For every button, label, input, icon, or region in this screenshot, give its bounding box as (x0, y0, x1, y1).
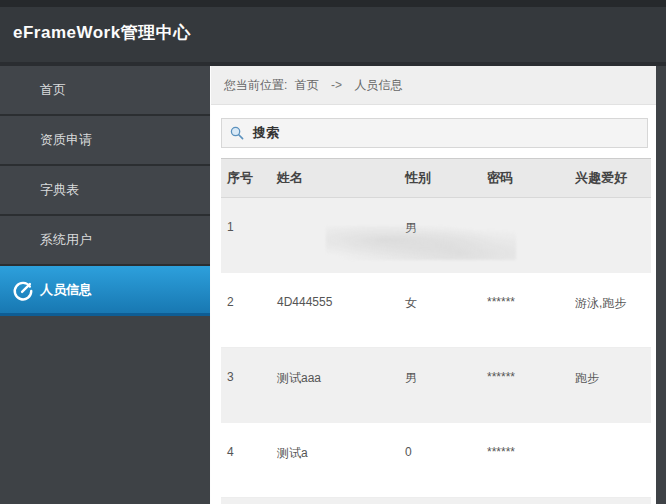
cell-password: ****** (481, 273, 569, 348)
cell-gender: 男 (399, 348, 481, 423)
sidebar: 首页 资质申请 字典表 系统用户 人员信息 (0, 66, 210, 504)
cell-name: 4D444555 (271, 273, 399, 348)
breadcrumb: 您当前位置: 首页 -> 人员信息 (211, 66, 656, 105)
sidebar-item-home[interactable]: 首页 (0, 66, 210, 116)
data-table: 序号 姓名 性别 密码 兴趣爱好 1 男 (221, 158, 651, 504)
sidebar-item-personnel[interactable]: 人员信息 (0, 266, 210, 316)
cell-no: 2 (221, 273, 271, 348)
table-row[interactable]: 2 4D444555 女 ****** 游泳,跑步 (221, 273, 651, 348)
table-row-partial (221, 498, 651, 504)
cell-gender: 女 (399, 273, 481, 348)
sidebar-item-label: 人员信息 (40, 282, 92, 297)
breadcrumb-home-link[interactable]: 首页 (295, 78, 319, 92)
sidebar-item-qualification[interactable]: 资质申请 (0, 116, 210, 166)
cell-name (271, 198, 399, 273)
sidebar-item-dictionary[interactable]: 字典表 (0, 166, 210, 216)
cell-no: 1 (221, 198, 271, 273)
cell-gender: 0 (399, 423, 481, 498)
breadcrumb-label: 您当前位置: (224, 78, 287, 92)
app-window: eFrameWork管理中心 首页 资质申请 字典表 系统用户 人员信息 您当前… (0, 0, 666, 504)
col-header-name: 姓名 (271, 159, 399, 198)
col-header-no: 序号 (221, 159, 271, 198)
table-row[interactable]: 3 测试aaa 男 ****** 跑步 (221, 348, 651, 423)
cell-password: ****** (481, 348, 569, 423)
col-header-hobbies: 兴趣爱好 (569, 159, 651, 198)
search-label: 搜索 (253, 124, 279, 142)
cell-password: ****** (481, 423, 569, 498)
data-table-wrapper: 序号 姓名 性别 密码 兴趣爱好 1 男 (221, 158, 651, 504)
cell-no: 4 (221, 423, 271, 498)
content-area: 您当前位置: 首页 -> 人员信息 搜索 序号 姓名 (210, 66, 656, 504)
search-panel-toggle[interactable]: 搜索 (221, 118, 648, 148)
cell-hobbies (569, 423, 651, 498)
cell-name: 测试a (271, 423, 399, 498)
cell-hobbies: 游泳,跑步 (569, 273, 651, 348)
app-title: eFrameWork管理中心 (13, 21, 191, 44)
breadcrumb-arrow-icon: -> (331, 78, 342, 92)
cell-hobbies (569, 198, 651, 273)
cell-name: 测试aaa (271, 348, 399, 423)
col-header-gender: 性别 (399, 159, 481, 198)
table-header-row: 序号 姓名 性别 密码 兴趣爱好 (221, 159, 651, 198)
cell-password (481, 198, 569, 273)
cell-no: 3 (221, 348, 271, 423)
cell-gender: 男 (399, 198, 481, 273)
table-row[interactable]: 4 测试a 0 ****** (221, 423, 651, 498)
col-header-password: 密码 (481, 159, 569, 198)
cell-hobbies: 跑步 (569, 348, 651, 423)
table-row[interactable]: 1 男 (221, 198, 651, 273)
breadcrumb-current[interactable]: 人员信息 (354, 78, 402, 92)
gauge-icon (12, 280, 34, 302)
top-bar: eFrameWork管理中心 (0, 0, 666, 62)
search-icon (229, 125, 245, 141)
sidebar-item-system-users[interactable]: 系统用户 (0, 216, 210, 266)
